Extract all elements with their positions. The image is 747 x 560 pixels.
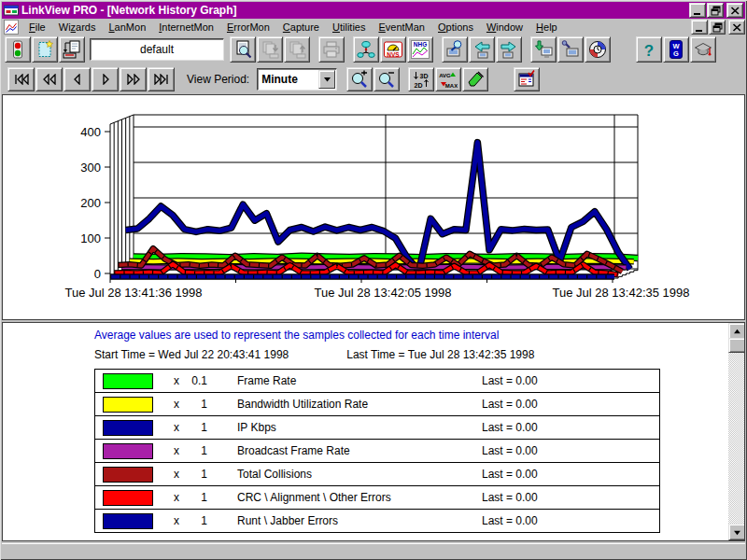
minimize-button[interactable] xyxy=(689,3,706,18)
status-bar xyxy=(2,543,745,558)
menu-lanmon[interactable]: LanMon xyxy=(102,20,152,35)
legend-panel: Average values are used to represent the… xyxy=(2,322,745,541)
application-window: LinkView PRO - [Network History Graph] F… xyxy=(0,0,747,560)
series-color-swatch xyxy=(103,443,153,459)
series-label: IP Kbps xyxy=(207,421,482,434)
series-last-value: Last = 0.00 xyxy=(482,374,659,387)
next-device-button[interactable] xyxy=(496,36,522,63)
main-toolbar: defaultNVSNHG?WG xyxy=(2,35,745,63)
app-icon xyxy=(4,3,19,18)
series-label: Broadcast Frame Rate xyxy=(207,444,482,457)
series-label: Runt \ Jabber Errors xyxy=(207,514,482,527)
menu-bar: FileWizardsLanMonInternetMonErrorMonCapt… xyxy=(2,19,745,35)
series-label: Total Collisions xyxy=(207,468,482,481)
history-graph-panel: 0100200300400Tue Jul 28 13:41:36 1998Tue… xyxy=(2,94,745,320)
scale-factor: 1 xyxy=(183,491,207,504)
title-bar: LinkView PRO - [Network History Graph] xyxy=(2,2,745,19)
view-toolbar: View Period: Minute 3D2DAVGMAX xyxy=(2,63,745,95)
svg-text:Tue Jul 28 13:42:35 1998: Tue Jul 28 13:42:35 1998 xyxy=(553,286,690,300)
series-color-swatch xyxy=(103,490,153,506)
nvs-button[interactable]: NVS xyxy=(380,36,406,63)
workgroup-button[interactable]: WG xyxy=(663,36,689,63)
topology-button[interactable] xyxy=(353,36,379,63)
help-button[interactable]: ? xyxy=(636,36,662,63)
config-name-field[interactable]: default xyxy=(90,38,224,61)
menu-options[interactable]: Options xyxy=(431,20,480,35)
chevron-down-icon[interactable] xyxy=(318,70,335,89)
legend-row[interactable]: x1CRC \ Alignment \ Other ErrorsLast = 0… xyxy=(95,486,659,510)
fast-forward-button[interactable] xyxy=(120,67,147,91)
legend-row[interactable]: x0.1Frame RateLast = 0.00 xyxy=(95,370,659,393)
tutorial-button[interactable] xyxy=(690,36,716,63)
examine-device-button[interactable] xyxy=(442,36,468,63)
load-config-button xyxy=(284,36,310,63)
menu-capture[interactable]: Capture xyxy=(276,20,326,35)
series-last-value: Last = 0.00 xyxy=(482,468,659,481)
menu-errormon[interactable]: ErrorMon xyxy=(220,20,276,35)
avg-max-button[interactable]: AVGMAX xyxy=(435,67,461,91)
previous-device-button[interactable] xyxy=(469,36,495,63)
next-sample-button[interactable] xyxy=(92,67,119,91)
document-chart-icon[interactable] xyxy=(4,20,19,35)
svg-text:400: 400 xyxy=(80,125,101,139)
scrollbar-thumb[interactable] xyxy=(728,338,745,353)
series-color-swatch xyxy=(103,467,153,483)
series-label: CRC \ Alignment \ Other Errors xyxy=(207,491,482,504)
last-sample-button[interactable] xyxy=(148,67,175,91)
mdi-minimize-button[interactable] xyxy=(691,20,708,35)
network-history-chart: 0100200300400Tue Jul 28 13:41:36 1998Tue… xyxy=(3,95,742,317)
scroll-down-icon[interactable] xyxy=(728,524,745,540)
legend-row[interactable]: x1Broadcast Frame RateLast = 0.00 xyxy=(95,440,659,463)
series-last-value: Last = 0.00 xyxy=(482,491,659,504)
display-options-button[interactable] xyxy=(514,67,540,91)
scale-prefix: x xyxy=(170,514,183,527)
new-config-button[interactable] xyxy=(32,36,58,63)
mdi-close-button[interactable] xyxy=(728,20,745,35)
menu-help[interactable]: Help xyxy=(529,20,564,35)
menu-window[interactable]: Window xyxy=(480,20,529,35)
legend-row[interactable]: x1Runt \ Jabber ErrorsLast = 0.00 xyxy=(95,510,659,532)
zoom-out-button[interactable] xyxy=(374,67,400,91)
svg-text:300: 300 xyxy=(80,161,101,175)
mdi-restore-button[interactable] xyxy=(709,20,726,35)
store-config-button xyxy=(257,36,283,63)
fast-back-button[interactable] xyxy=(35,67,63,91)
close-button[interactable] xyxy=(726,3,743,18)
scale-factor: 0.1 xyxy=(183,374,207,387)
vertical-scrollbar[interactable] xyxy=(728,323,744,540)
view-period-label: View Period: xyxy=(187,73,249,86)
scale-factor: 1 xyxy=(183,514,207,527)
last-time: Last Time = Tue Jul 28 13:42:35 1998 xyxy=(346,348,534,361)
svg-text:MAX: MAX xyxy=(445,83,458,89)
save-config-button[interactable] xyxy=(59,36,85,63)
legend-row[interactable]: x1IP KbpsLast = 0.00 xyxy=(95,416,659,440)
scale-factor: 1 xyxy=(183,398,207,411)
toggle-3d-2d-button[interactable]: 3D2D xyxy=(408,67,434,91)
scale-prefix: x xyxy=(170,398,183,411)
legend-row[interactable]: x1Total CollisionsLast = 0.00 xyxy=(95,463,659,486)
svg-text:3D: 3D xyxy=(420,72,429,78)
menu-utilities[interactable]: Utilities xyxy=(326,20,372,35)
menu-file[interactable]: File xyxy=(22,20,52,35)
zoom-in-button[interactable] xyxy=(346,67,373,91)
menu-internetmon[interactable]: InternetMon xyxy=(152,20,220,35)
analyze-button[interactable] xyxy=(557,36,584,63)
first-sample-button[interactable] xyxy=(7,67,35,91)
svg-text:Tue Jul 28 13:42:05 1998: Tue Jul 28 13:42:05 1998 xyxy=(315,286,452,300)
history-graph-button[interactable]: NHG xyxy=(407,36,433,63)
restore-button[interactable] xyxy=(707,3,724,18)
menu-eventman[interactable]: EventMan xyxy=(372,20,431,35)
series-color-swatch xyxy=(103,397,153,413)
view-period-select[interactable]: Minute xyxy=(257,68,337,91)
download-button[interactable] xyxy=(530,36,557,63)
view-period-value: Minute xyxy=(258,73,318,86)
scale-prefix: x xyxy=(170,468,183,481)
menu-wizards[interactable]: Wizards xyxy=(52,20,103,35)
legend-row[interactable]: x1Bandwidth Utilization RateLast = 0.00 xyxy=(95,393,659,416)
monitor-start-stop-button[interactable] xyxy=(5,36,31,63)
print-preview-button[interactable] xyxy=(230,36,256,63)
previous-sample-button[interactable] xyxy=(63,67,91,91)
schedule-button[interactable] xyxy=(585,36,611,63)
print-button xyxy=(318,36,345,63)
erase-button[interactable] xyxy=(462,67,488,91)
